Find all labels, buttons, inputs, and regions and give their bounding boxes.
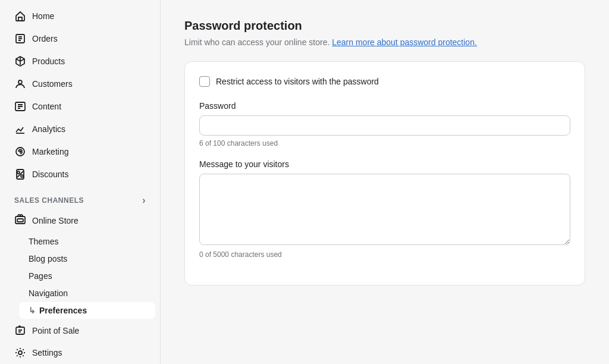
themes-label: Themes <box>29 237 59 246</box>
discounts-label: Discounts <box>32 170 68 179</box>
sidebar-item-pages[interactable]: Pages <box>19 268 155 284</box>
preferences-label: Preferences <box>39 306 87 315</box>
home-label: Home <box>32 11 54 21</box>
password-hint: 6 of 100 characters used <box>199 139 570 148</box>
sidebar: Home Orders Products Customers <box>0 0 161 364</box>
content-icon <box>14 101 26 112</box>
content-label: Content <box>32 102 61 111</box>
sidebar-item-customers[interactable]: Customers <box>5 73 155 95</box>
svg-point-4 <box>20 151 21 152</box>
sidebar-item-marketing[interactable]: Marketing <box>5 141 155 162</box>
settings-icon <box>14 347 26 359</box>
sidebar-item-online-store[interactable]: Online Store <box>5 209 155 232</box>
chevron-right-icon: › <box>142 195 146 206</box>
settings-label: Settings <box>32 348 62 357</box>
point-of-sale-label: Point of Sale <box>32 326 79 335</box>
arrow-icon: ↳ <box>29 306 36 315</box>
password-field-section: Password 6 of 100 characters used <box>199 101 570 148</box>
blog-posts-label: Blog posts <box>29 254 67 263</box>
message-textarea[interactable] <box>199 174 570 245</box>
sidebar-item-content[interactable]: Content <box>5 96 155 117</box>
customers-icon <box>14 78 26 90</box>
page-description: Limit who can access your online store. … <box>184 37 585 47</box>
online-store-subnav: Themes Blog posts Pages Navigation ↳ Pre… <box>19 233 160 319</box>
sidebar-item-blog-posts[interactable]: Blog posts <box>19 250 155 267</box>
password-protection-card: Restrict access to visitors with the pas… <box>184 61 585 285</box>
navigation-label: Navigation <box>29 288 68 298</box>
password-input[interactable] <box>199 115 570 136</box>
sidebar-item-discounts[interactable]: Discounts <box>5 164 155 185</box>
sidebar-item-orders[interactable]: Orders <box>5 28 155 49</box>
orders-label: Orders <box>32 34 58 43</box>
page-title: Password protection <box>184 19 585 33</box>
message-hint: 0 of 5000 characters used <box>199 250 570 259</box>
marketing-label: Marketing <box>32 147 68 156</box>
online-store-label: Online Store <box>32 216 79 225</box>
svg-point-5 <box>17 171 20 174</box>
password-label: Password <box>199 101 570 111</box>
home-icon <box>14 10 26 22</box>
message-field-section: Message to your visitors 0 of 5000 chara… <box>199 159 570 259</box>
sidebar-item-analytics[interactable]: Analytics <box>5 118 155 140</box>
message-label: Message to your visitors <box>199 159 570 169</box>
products-label: Products <box>32 57 65 66</box>
orders-icon <box>14 33 26 45</box>
restrict-access-row: Restrict access to visitors with the pas… <box>199 76 570 87</box>
marketing-icon <box>14 146 26 158</box>
restrict-access-label: Restrict access to visitors with the pas… <box>216 77 379 86</box>
analytics-icon <box>14 123 26 135</box>
sidebar-item-home[interactable]: Home <box>5 5 155 27</box>
svg-point-6 <box>21 175 23 177</box>
sidebar-item-themes[interactable]: Themes <box>19 233 155 250</box>
point-of-sale-icon <box>14 325 26 337</box>
sidebar-item-products[interactable]: Products <box>5 51 155 72</box>
restrict-access-checkbox[interactable] <box>199 76 210 87</box>
svg-point-1 <box>18 80 22 84</box>
main-content: Password protection Limit who can access… <box>161 0 609 364</box>
discounts-icon <box>14 168 26 180</box>
learn-more-link[interactable]: Learn more about password protection. <box>332 37 477 47</box>
svg-point-10 <box>18 351 22 354</box>
sidebar-item-navigation[interactable]: Navigation <box>19 285 155 302</box>
online-store-icon <box>14 214 26 227</box>
svg-rect-9 <box>16 327 24 334</box>
pages-label: Pages <box>29 271 52 281</box>
sales-channels-header: Sales channels › <box>5 186 155 208</box>
svg-rect-8 <box>17 219 23 222</box>
products-icon <box>14 55 26 67</box>
customers-label: Customers <box>32 79 73 89</box>
sidebar-item-settings[interactable]: Settings <box>5 342 155 363</box>
analytics-label: Analytics <box>32 124 65 134</box>
sidebar-item-point-of-sale[interactable]: Point of Sale <box>5 320 155 341</box>
sidebar-item-preferences[interactable]: ↳ Preferences <box>19 302 155 319</box>
